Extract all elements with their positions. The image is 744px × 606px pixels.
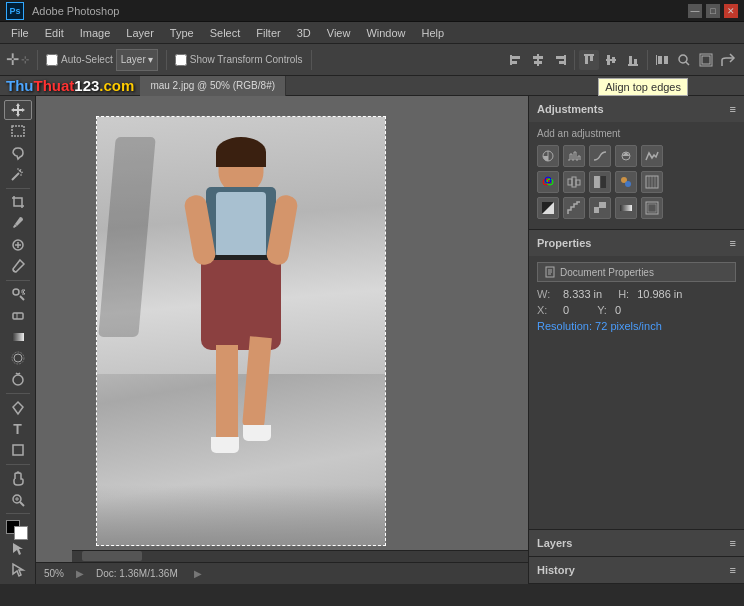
auto-select-checkbox[interactable] — [46, 54, 58, 66]
align-left-button[interactable] — [506, 50, 526, 70]
menu-window[interactable]: Window — [359, 25, 412, 41]
status-triangle-icon: ▶ — [76, 568, 84, 579]
svg-rect-56 — [594, 176, 600, 188]
magic-wand-tool[interactable] — [4, 164, 32, 183]
text-tool[interactable]: T — [4, 419, 32, 438]
width-value: 8.333 in — [563, 288, 602, 300]
heal-tool[interactable] — [4, 235, 32, 254]
dodge-tool[interactable] — [4, 370, 32, 389]
menu-image[interactable]: Image — [73, 25, 118, 41]
layer-dropdown[interactable]: Layer ▾ — [116, 49, 158, 71]
status-bar: 50% ▶ Doc: 1.36M/1.36M ▶ — [36, 562, 528, 584]
canvas-area[interactable]: 50% ▶ Doc: 1.36M/1.36M ▶ — [36, 96, 528, 584]
levels-btn[interactable] — [563, 145, 585, 167]
align-center-h-button[interactable] — [528, 50, 548, 70]
layers-menu-icon[interactable]: ≡ — [730, 537, 736, 549]
shape-tool[interactable] — [4, 441, 32, 460]
gradient-map-btn[interactable] — [615, 197, 637, 219]
horizontal-scrollbar[interactable] — [72, 550, 528, 562]
exposure-btn[interactable] — [615, 145, 637, 167]
separator4 — [574, 50, 575, 70]
menu-select[interactable]: Select — [203, 25, 248, 41]
black-white-btn[interactable] — [589, 171, 611, 193]
adjustments-menu-icon[interactable]: ≡ — [730, 103, 736, 115]
brightness-contrast-btn[interactable] — [537, 145, 559, 167]
zoom-level: 50% — [44, 568, 64, 579]
direct-selection-tool[interactable] — [4, 561, 32, 580]
brush-tool[interactable] — [4, 256, 32, 275]
channel-mixer-btn[interactable] — [641, 171, 663, 193]
align-middle-v-button[interactable] — [601, 50, 621, 70]
threshold-btn[interactable] — [589, 197, 611, 219]
title-bar-left: Ps Adobe Photoshop — [6, 2, 119, 20]
search-button[interactable] — [674, 50, 694, 70]
hand-tool[interactable] — [4, 469, 32, 488]
h-scroll-thumb[interactable] — [82, 551, 142, 561]
layers-panel: Layers ≡ — [529, 530, 744, 557]
width-label: W: — [537, 288, 555, 300]
move-tool[interactable] — [4, 100, 32, 120]
menu-file[interactable]: File — [4, 25, 36, 41]
share-button[interactable] — [718, 50, 738, 70]
minimize-button[interactable]: — — [688, 4, 702, 18]
ps-logo-icon: Ps — [6, 2, 24, 20]
distribute-left-button[interactable] — [652, 50, 672, 70]
clone-tool[interactable] — [4, 285, 32, 304]
blur-tool[interactable] — [4, 348, 32, 367]
layers-header[interactable]: Layers ≡ — [529, 530, 744, 556]
marquee-tool[interactable] — [4, 122, 32, 141]
zoom-tool[interactable] — [4, 490, 32, 509]
fg-bg-color[interactable] — [4, 518, 32, 537]
maximize-button[interactable]: □ — [706, 4, 720, 18]
menu-layer[interactable]: Layer — [119, 25, 161, 41]
menu-type[interactable]: Type — [163, 25, 201, 41]
menu-3d[interactable]: 3D — [290, 25, 318, 41]
canvas-image — [97, 117, 385, 545]
active-document-tab[interactable]: mau 2.jpg @ 50% (RGB/8#) — [140, 76, 286, 96]
menu-filter[interactable]: Filter — [249, 25, 287, 41]
svg-rect-13 — [607, 55, 610, 65]
title-bar: Ps Adobe Photoshop — □ ✕ — [0, 0, 744, 22]
color-balance-btn[interactable] — [563, 171, 585, 193]
history-menu-icon[interactable]: ≡ — [730, 564, 736, 576]
eyedropper-tool[interactable] — [4, 214, 32, 233]
pen-tool[interactable] — [4, 398, 32, 417]
align-top-button[interactable] — [579, 50, 599, 70]
adjustments-header[interactable]: Adjustments ≡ — [529, 96, 744, 122]
svg-rect-11 — [590, 56, 593, 61]
crop-tool[interactable] — [4, 192, 32, 211]
hue-saturation-btn[interactable] — [537, 171, 559, 193]
history-panel: History ≡ — [529, 557, 744, 584]
eraser-tool[interactable] — [4, 306, 32, 325]
arrange-button[interactable] — [696, 50, 716, 70]
transform-group: Show Transform Controls — [175, 54, 303, 66]
tool-separator4 — [6, 464, 30, 465]
svg-rect-55 — [576, 180, 580, 185]
doc-properties-label: Document Properties — [560, 267, 654, 278]
menu-help[interactable]: Help — [415, 25, 452, 41]
vibrance-btn[interactable] — [641, 145, 663, 167]
separator — [37, 50, 38, 70]
properties-header[interactable]: Properties ≡ — [529, 230, 744, 256]
document-properties-button[interactable]: Document Properties — [537, 262, 736, 282]
close-button[interactable]: ✕ — [724, 4, 738, 18]
invert-btn[interactable] — [537, 197, 559, 219]
svg-rect-8 — [559, 61, 564, 64]
photo-filter-btn[interactable] — [615, 171, 637, 193]
history-title: History — [537, 564, 575, 576]
show-transform-checkbox[interactable] — [175, 54, 187, 66]
lasso-tool[interactable] — [4, 143, 32, 162]
path-selection-tool[interactable] — [4, 539, 32, 558]
curves-btn[interactable] — [589, 145, 611, 167]
menu-view[interactable]: View — [320, 25, 358, 41]
menu-edit[interactable]: Edit — [38, 25, 71, 41]
posterize-btn[interactable] — [563, 197, 585, 219]
tool-separator1 — [6, 188, 30, 189]
properties-menu-icon[interactable]: ≡ — [730, 237, 736, 249]
align-bottom-button[interactable] — [623, 50, 643, 70]
gradient-tool[interactable] — [4, 327, 32, 346]
align-right-button[interactable] — [550, 50, 570, 70]
svg-rect-53 — [568, 179, 572, 185]
selective-color-btn[interactable] — [641, 197, 663, 219]
history-header[interactable]: History ≡ — [529, 557, 744, 583]
